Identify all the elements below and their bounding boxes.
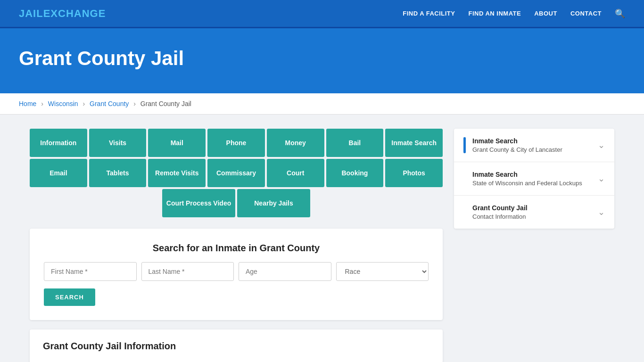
age-input[interactable] bbox=[239, 262, 331, 281]
chevron-down-icon-3: ⌄ bbox=[598, 207, 605, 217]
sidebar-item-left-1: Inmate Search Grant County & City of Lan… bbox=[463, 137, 562, 153]
first-name-input[interactable] bbox=[44, 262, 137, 281]
grid-row-2: Email Tablets Remote Visits Commissary C… bbox=[30, 159, 443, 187]
btn-email[interactable]: Email bbox=[30, 159, 87, 187]
btn-court[interactable]: Court bbox=[267, 159, 324, 187]
search-fields: Race White Black Hispanic Asian Other bbox=[44, 262, 429, 281]
sidebar-contact-info[interactable]: Grant County Jail Contact Information ⌄ bbox=[454, 196, 614, 229]
sidebar-subtitle-2: State of Wisconsin and Federal Lockups bbox=[472, 180, 582, 187]
sidebar-title-3: Grant County Jail bbox=[472, 204, 528, 212]
btn-inmate-search[interactable]: Inmate Search bbox=[385, 129, 443, 157]
search-button[interactable]: SEARCH bbox=[44, 288, 95, 306]
breadcrumb-sep-3: › bbox=[133, 100, 136, 107]
main-content: Information Visits Mail Phone Money Bail… bbox=[16, 129, 628, 362]
btn-mail[interactable]: Mail bbox=[148, 129, 206, 157]
left-column: Information Visits Mail Phone Money Bail… bbox=[30, 129, 443, 362]
btn-remote-visits[interactable]: Remote Visits bbox=[148, 159, 206, 187]
btn-money[interactable]: Money bbox=[267, 129, 324, 157]
breadcrumb-home[interactable]: Home bbox=[19, 100, 36, 107]
breadcrumb-current: Grant County Jail bbox=[140, 100, 191, 107]
sidebar-text-1: Inmate Search Grant County & City of Lan… bbox=[472, 137, 562, 153]
hero-section: Grant County Jail bbox=[0, 28, 644, 93]
sidebar-accent-1 bbox=[463, 137, 466, 153]
logo-exchange: EXCHANGE bbox=[43, 8, 106, 19]
sidebar-text-3: Grant County Jail Contact Information bbox=[472, 204, 528, 220]
breadcrumb: Home › Wisconsin › Grant County › Grant … bbox=[0, 93, 644, 115]
search-icon[interactable]: 🔍 bbox=[615, 8, 625, 19]
nav-contact[interactable]: CONTACT bbox=[570, 10, 602, 17]
btn-information[interactable]: Information bbox=[30, 129, 87, 157]
sidebar-text-2: Inmate Search State of Wisconsin and Fed… bbox=[472, 171, 582, 187]
search-box: Search for an Inmate in Grant County Rac… bbox=[30, 229, 443, 320]
sidebar-title-2: Inmate Search bbox=[472, 171, 582, 178]
info-title: Grant County Jail Information bbox=[43, 341, 429, 352]
btn-commissary[interactable]: Commissary bbox=[207, 159, 265, 187]
chevron-down-icon-1: ⌄ bbox=[598, 140, 605, 150]
sidebar-card: Inmate Search Grant County & City of Lan… bbox=[454, 129, 614, 229]
race-select[interactable]: Race White Black Hispanic Asian Other bbox=[336, 262, 429, 281]
grid-row-1: Information Visits Mail Phone Money Bail… bbox=[30, 129, 443, 157]
info-section: Grant County Jail Information bbox=[30, 329, 443, 362]
btn-bail[interactable]: Bail bbox=[326, 129, 384, 157]
sidebar-subtitle-1: Grant County & City of Lancaster bbox=[472, 146, 562, 153]
breadcrumb-sep-2: › bbox=[83, 100, 85, 107]
nav-links: FIND A FACILITY FIND AN INMATE ABOUT CON… bbox=[403, 8, 625, 19]
last-name-input[interactable] bbox=[141, 262, 234, 281]
btn-tablets[interactable]: Tablets bbox=[89, 159, 147, 187]
search-title: Search for an Inmate in Grant County bbox=[44, 243, 429, 254]
chevron-down-icon-2: ⌄ bbox=[598, 173, 605, 184]
breadcrumb-wisconsin[interactable]: Wisconsin bbox=[48, 100, 78, 107]
nav-about[interactable]: ABOUT bbox=[534, 10, 557, 17]
sidebar-title-1: Inmate Search bbox=[472, 137, 562, 145]
sidebar-accent-3 bbox=[463, 204, 466, 220]
nav-find-facility[interactable]: FIND A FACILITY bbox=[403, 10, 455, 17]
grid-row-3: Court Process Video Nearby Jails bbox=[30, 189, 443, 217]
btn-visits[interactable]: Visits bbox=[89, 129, 147, 157]
right-sidebar: Inmate Search Grant County & City of Lan… bbox=[454, 129, 614, 229]
sidebar-inmate-search-local[interactable]: Inmate Search Grant County & City of Lan… bbox=[454, 129, 614, 162]
btn-court-process-video[interactable]: Court Process Video bbox=[162, 189, 235, 217]
sidebar-accent-2 bbox=[463, 171, 466, 187]
page-title: Grant County Jail bbox=[19, 47, 625, 70]
btn-nearby-jails[interactable]: Nearby Jails bbox=[237, 189, 310, 217]
btn-phone[interactable]: Phone bbox=[207, 129, 265, 157]
btn-booking[interactable]: Booking bbox=[326, 159, 384, 187]
breadcrumb-grant-county[interactable]: Grant County bbox=[90, 100, 129, 107]
site-logo[interactable]: JAILEXCHANGE bbox=[19, 8, 106, 20]
logo-jail: JAIL bbox=[19, 8, 43, 19]
sidebar-item-left-3: Grant County Jail Contact Information bbox=[463, 204, 528, 220]
nav-find-inmate[interactable]: FIND AN INMATE bbox=[468, 10, 521, 17]
navbar: JAILEXCHANGE FIND A FACILITY FIND AN INM… bbox=[0, 0, 644, 28]
breadcrumb-sep-1: › bbox=[41, 100, 43, 107]
btn-photos[interactable]: Photos bbox=[385, 159, 443, 187]
sidebar-item-left-2: Inmate Search State of Wisconsin and Fed… bbox=[463, 171, 582, 187]
sidebar-inmate-search-state[interactable]: Inmate Search State of Wisconsin and Fed… bbox=[454, 162, 614, 196]
sidebar-subtitle-3: Contact Information bbox=[472, 213, 528, 220]
